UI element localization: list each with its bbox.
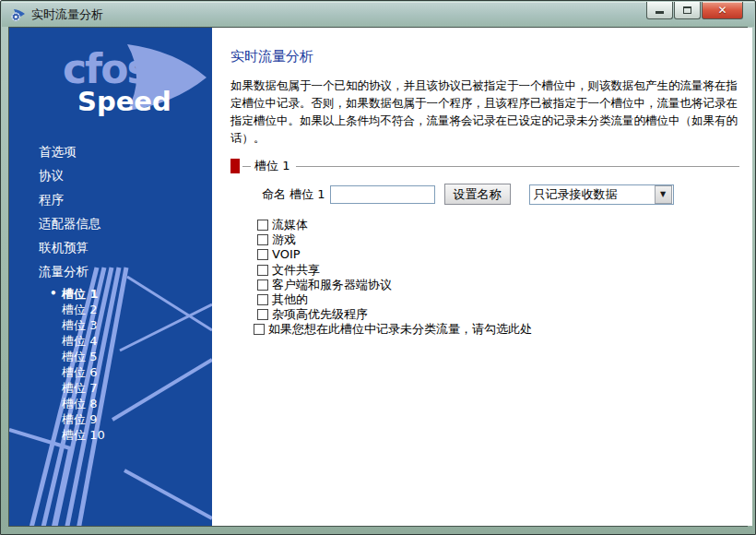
slot-label: 槽位 1 xyxy=(62,287,99,301)
slot-section-header: 槽位 1 xyxy=(230,158,739,174)
checkbox[interactable] xyxy=(257,294,268,305)
sidebar-nav-item[interactable]: 首选项 xyxy=(9,140,212,164)
slot-label: 槽位 10 xyxy=(62,428,105,442)
slot-label: 槽位 9 xyxy=(62,412,97,426)
main-content: 实时流量分析 如果数据包属于一个已知的协议，并且该协议已被指定于一个槽位中，则该… xyxy=(212,28,752,526)
sidebar-nav-item[interactable]: 适配器信息 xyxy=(9,212,212,236)
traffic-category-row: 其他的 xyxy=(257,292,739,307)
sidebar: cfos Speed 首选项协议程序适配器信息联机预算流量分析 • 槽位 1 •… xyxy=(9,28,212,526)
window-controls: ✕ xyxy=(645,2,743,19)
slot-label: 槽位 2 xyxy=(62,303,97,316)
slot-name-input[interactable] xyxy=(330,185,435,204)
app-window: 实时流量分析 ✕ xyxy=(0,0,756,535)
maximize-icon xyxy=(683,6,691,14)
checkbox-label[interactable]: 杂项高优先级程序 xyxy=(272,307,368,322)
slot-label: 槽位 5 xyxy=(62,350,97,363)
sidebar-slot-item[interactable]: • 槽位 6 xyxy=(9,364,212,380)
app-logo-icon xyxy=(10,7,26,22)
sidebar-slot-item[interactable]: • 槽位 5 xyxy=(9,349,212,364)
section-dash xyxy=(242,166,251,167)
minimize-button[interactable] xyxy=(646,2,673,19)
traffic-category-row: 杂项高优先级程序 xyxy=(257,307,739,322)
name-label: 命名 槽位 1 xyxy=(262,186,325,203)
window-title: 实时流量分析 xyxy=(31,2,103,27)
slot-label: 槽位 8 xyxy=(62,397,97,410)
sidebar-slot-item[interactable]: • 槽位 4 xyxy=(9,333,212,349)
sidebar-slot-item[interactable]: • 槽位 8 xyxy=(9,396,212,411)
sidebar-nav-item[interactable]: 协议 xyxy=(9,164,212,188)
checkbox[interactable] xyxy=(257,249,268,260)
set-name-button[interactable]: 设置名称 xyxy=(444,184,511,205)
close-button[interactable]: ✕ xyxy=(702,2,743,19)
slot-label: 槽位 4 xyxy=(62,334,97,348)
maximize-button[interactable] xyxy=(674,2,701,19)
close-icon: ✕ xyxy=(717,5,726,16)
checkbox-label[interactable]: 客户端和服务器端协议 xyxy=(272,278,392,292)
page-title: 实时流量分析 xyxy=(230,48,739,65)
cfosspeed-logo: cfos Speed xyxy=(9,28,212,137)
sidebar-slot-list: • 槽位 1 • 槽位 2 • 槽位 3 • 槽位 4 • 槽位 5 xyxy=(9,286,212,443)
slot-label: 槽位 7 xyxy=(62,381,97,395)
logo-text-speed: Speed xyxy=(77,86,171,117)
traffic-category-row: 文件共享 xyxy=(257,263,739,278)
sidebar-nav-item[interactable]: 程序 xyxy=(9,188,212,212)
checkbox[interactable] xyxy=(257,234,268,245)
checkbox-label[interactable]: VOIP xyxy=(272,247,301,262)
checkbox[interactable] xyxy=(257,265,268,276)
checkbox-label[interactable]: 如果您想在此槽位中记录未分类流量，请勾选此处 xyxy=(268,322,532,337)
section-rule xyxy=(296,166,739,167)
traffic-category-row: 客户端和服务器端协议 xyxy=(257,278,739,292)
checkbox[interactable] xyxy=(257,309,268,320)
sidebar-nav: 首选项协议程序适配器信息联机预算流量分析 xyxy=(9,140,212,284)
sidebar-nav-item[interactable]: 联机预算 xyxy=(9,236,212,260)
traffic-category-row: VOIP xyxy=(257,247,739,262)
client-area: cfos Speed 首选项协议程序适配器信息联机预算流量分析 • 槽位 1 •… xyxy=(8,27,748,527)
checkbox[interactable] xyxy=(257,220,268,231)
traffic-category-row: 如果您想在此槽位中记录未分类流量，请勾选此处 xyxy=(254,322,739,337)
checkbox[interactable] xyxy=(254,324,265,335)
checkbox-label[interactable]: 流媒体 xyxy=(272,218,308,232)
chevron-down-icon: ▼ xyxy=(660,191,666,198)
sidebar-slot-item[interactable]: • 槽位 10 xyxy=(9,427,212,443)
slot-label: 槽位 3 xyxy=(62,318,97,332)
checkbox[interactable] xyxy=(257,279,268,291)
sidebar-slot-item[interactable]: • 槽位 1 xyxy=(9,286,212,302)
sidebar-slot-item[interactable]: • 槽位 7 xyxy=(9,380,212,396)
section-title: 槽位 1 xyxy=(254,158,289,174)
minimize-icon xyxy=(656,11,664,14)
sidebar-nav-item[interactable]: 流量分析 xyxy=(9,260,212,284)
section-marker-icon xyxy=(230,159,240,173)
slot-name-form: 命名 槽位 1 设置名称 只记录接收数据 ▼ xyxy=(262,184,739,205)
record-mode-select[interactable]: 只记录接收数据 ▼ xyxy=(529,184,674,205)
active-bullet-icon: • xyxy=(50,287,57,301)
checkbox-label[interactable]: 其他的 xyxy=(272,292,308,307)
sidebar-slot-item[interactable]: • 槽位 3 xyxy=(9,317,212,333)
slot-label: 槽位 6 xyxy=(62,365,97,379)
titlebar[interactable]: 实时流量分析 xyxy=(2,2,754,27)
traffic-category-row: 流媒体 xyxy=(257,218,739,232)
dropdown-button[interactable]: ▼ xyxy=(655,185,672,204)
traffic-category-row: 游戏 xyxy=(257,232,739,247)
sidebar-slot-item[interactable]: • 槽位 9 xyxy=(9,411,212,427)
traffic-category-list: 流媒体 游戏 VOIP 文件共享 客户端和服务器端协议 xyxy=(257,218,739,338)
checkbox-label[interactable]: 游戏 xyxy=(272,232,296,247)
checkbox-label[interactable]: 文件共享 xyxy=(272,263,320,278)
description-text: 如果数据包属于一个已知的协议，并且该协议已被指定于一个槽位中，则该数据包产生的流… xyxy=(230,77,739,147)
record-mode-value: 只记录接收数据 xyxy=(530,186,654,203)
sidebar-slot-item[interactable]: • 槽位 2 xyxy=(9,302,212,317)
